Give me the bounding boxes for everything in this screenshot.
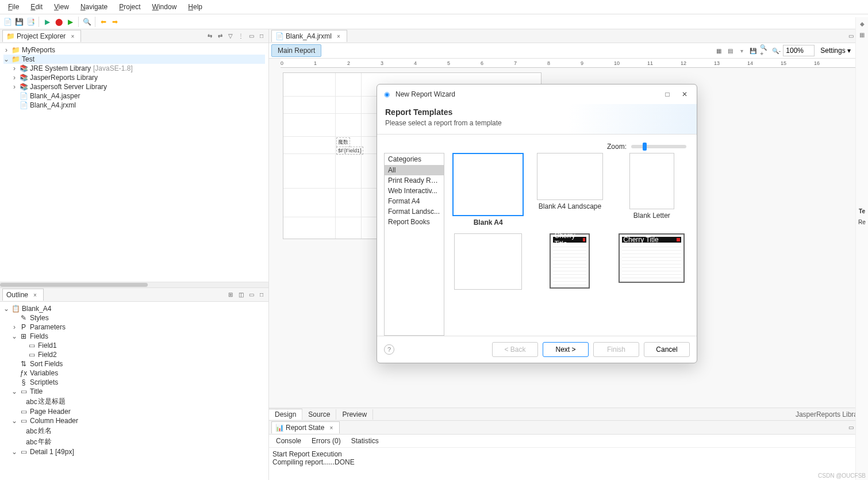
category-item[interactable]: Web Interactiv... [385, 186, 444, 196]
save-icon[interactable]: 💾 [14, 17, 24, 27]
build-icon[interactable]: ▶ [42, 17, 52, 27]
outline-max-icon[interactable]: □ [257, 290, 266, 299]
editor-tool-1[interactable]: ▦ [714, 46, 723, 55]
save-all-icon[interactable]: 📑 [25, 17, 36, 27]
run-icon[interactable]: ▶ [65, 17, 75, 27]
gutter-label-te[interactable]: Te [859, 208, 865, 214]
back-button[interactable]: < Back [492, 342, 538, 357]
tree-node[interactable]: ƒxVariables [3, 368, 265, 378]
caret-icon[interactable]: › [11, 323, 17, 331]
dialog-maximize-icon[interactable]: □ [661, 88, 674, 101]
debug-icon[interactable]: ⬤ [53, 17, 64, 27]
menu-file[interactable]: FFileile [3, 2, 24, 12]
gutter-label-re[interactable]: Re [858, 219, 866, 225]
editor-min-icon[interactable]: ▭ [846, 32, 855, 41]
tree-node[interactable]: ▭Field1 [3, 341, 265, 350]
tree-node[interactable]: ›📁MyReports [3, 45, 265, 55]
caret-icon[interactable]: ⌄ [11, 417, 17, 425]
view-menu-icon[interactable]: ⋮ [236, 32, 245, 41]
menu-window[interactable]: Window [148, 2, 182, 12]
templates-grid[interactable]: Blank A4Blank A4 LandscapeBlank LetterCh… [450, 153, 690, 336]
field-expr-cell[interactable]: $F{Field1} [336, 147, 363, 155]
tree-node[interactable]: 📄Blank_A4.jrxml [3, 101, 265, 110]
category-item[interactable]: Report Books [385, 217, 444, 227]
nav-fwd-icon[interactable]: ➡ [110, 17, 120, 27]
console-tab-errors[interactable]: Errors (0) [307, 436, 345, 446]
console-min-icon[interactable]: ▭ [846, 423, 855, 432]
close-editor-tab-icon[interactable]: × [334, 32, 343, 41]
caret-icon[interactable]: › [11, 83, 17, 91]
nav-back-icon[interactable]: ⬅ [98, 17, 109, 27]
gutter-icon-2[interactable]: ▦ [859, 32, 865, 38]
template-item[interactable]: Cherry Title [534, 233, 605, 289]
zoom-out-icon[interactable]: 🔍- [771, 46, 781, 55]
console-tab-console[interactable]: Console [271, 436, 306, 446]
editor-file-tab[interactable]: 📄 Blank_A4.jrxml × [271, 30, 347, 42]
caret-icon[interactable]: ⌄ [11, 332, 17, 340]
explorer-tree[interactable]: ›📁MyReports⌄📁Test›📚JRE System Library [J… [0, 43, 268, 282]
tree-node[interactable]: ⌄📁Test [3, 55, 265, 64]
field-label-cell[interactable]: 魔数 [336, 137, 350, 147]
filter-icon[interactable]: ▽ [226, 32, 235, 41]
template-item[interactable]: Cherry Title [616, 233, 688, 283]
finish-button[interactable]: Finish [593, 342, 639, 357]
caret-icon[interactable]: ⌄ [3, 305, 9, 313]
category-item[interactable]: All [385, 165, 444, 175]
tree-node[interactable]: 📄Blank_A4.jasper [3, 91, 265, 101]
outline-tree[interactable]: ⌄📋Blank_A4✎Styles›PParameters⌄⊞Fields▭Fi… [0, 302, 268, 480]
project-explorer-tab[interactable]: 📁 Project Explorer × [2, 30, 81, 42]
caret-icon[interactable]: › [11, 64, 17, 72]
console-tab-stats[interactable]: Statistics [347, 436, 383, 446]
help-button[interactable]: ? [384, 344, 394, 355]
zoom-slider[interactable] [631, 145, 686, 148]
caret-icon[interactable]: › [3, 46, 9, 54]
close-console-icon[interactable]: × [327, 423, 336, 432]
menu-navigate[interactable]: Navigate [76, 2, 112, 12]
main-report-subtab[interactable]: Main Report [271, 44, 321, 57]
tree-node[interactable]: ›📚Jaspersoft Server Library [3, 82, 265, 91]
next-button[interactable]: Next > [543, 342, 589, 357]
template-item[interactable] [452, 233, 524, 290]
category-item[interactable]: Print Ready Re... [385, 175, 444, 186]
gutter-icon-1[interactable]: ◆ [860, 21, 865, 27]
menu-edit[interactable]: Edit [26, 2, 47, 12]
category-item[interactable]: Format A4 [385, 196, 444, 206]
tree-node[interactable]: ›📚JRE System Library [JavaSE-1.8] [3, 64, 265, 73]
close-explorer-icon[interactable]: × [68, 32, 77, 41]
tab-preview[interactable]: Preview [336, 409, 373, 420]
tree-node[interactable]: abc这是标题 [3, 396, 265, 407]
explorer-scrollbar[interactable] [0, 282, 268, 287]
tree-node[interactable]: abc姓名 [3, 425, 265, 436]
tree-node[interactable]: ⌄▭Detail 1 [49px] [3, 447, 265, 456]
caret-icon[interactable]: › [11, 74, 17, 82]
tab-source[interactable]: Source [302, 409, 336, 420]
tree-node[interactable]: ⌄⊞Fields [3, 332, 265, 341]
editor-tool-2[interactable]: ▤ [725, 46, 735, 55]
template-item[interactable]: Blank A4 [452, 153, 524, 226]
menu-view[interactable]: View [49, 2, 74, 12]
tree-node[interactable]: ›PParameters [3, 322, 265, 332]
menu-help[interactable]: Help [183, 2, 207, 12]
caret-icon[interactable]: ⌄ [11, 448, 17, 456]
outline-mode2-icon[interactable]: ◫ [236, 290, 245, 299]
search-icon[interactable]: 🔍 [82, 17, 92, 27]
tree-node[interactable]: ⇅Sort Fields [3, 359, 265, 368]
tree-node[interactable]: ⌄📋Blank_A4 [3, 304, 265, 313]
tree-node[interactable]: ✎Styles [3, 313, 265, 322]
cancel-button[interactable]: Cancel [644, 342, 690, 357]
category-item[interactable]: Format Landsc... [385, 206, 444, 217]
tree-node[interactable]: §Scriptlets [3, 378, 265, 387]
caret-icon[interactable]: ⌄ [3, 55, 9, 63]
editor-tool-3[interactable]: 💾 [748, 46, 758, 55]
caret-icon[interactable]: ⌄ [11, 387, 17, 395]
outline-mode1-icon[interactable]: ⊞ [226, 290, 235, 299]
tree-node[interactable]: ▭Page Header [3, 407, 265, 416]
menu-project[interactable]: Project [114, 2, 145, 12]
link-editor-icon[interactable]: ⇄ [216, 32, 225, 41]
zoom-in-icon[interactable]: 🔍+ [760, 46, 769, 55]
close-outline-icon[interactable]: × [30, 290, 40, 299]
report-state-tab[interactable]: 📊 Report State × [271, 421, 340, 433]
zoom-combo[interactable] [783, 45, 815, 56]
template-item[interactable]: Blank Letter [616, 153, 688, 220]
template-item[interactable]: Blank A4 Landscape [534, 153, 605, 210]
